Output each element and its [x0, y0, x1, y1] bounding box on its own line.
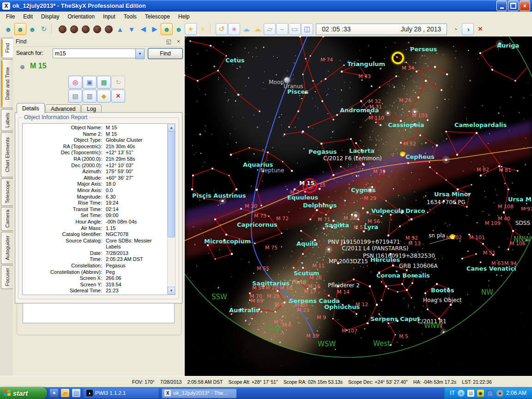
horizon-view-icon[interactable]: ☻	[27, 24, 38, 35]
side-tab-chart-elements[interactable]: Chart Elements	[1, 132, 13, 177]
tray-camera-icon[interactable]: ●	[496, 390, 503, 397]
constellation-lines-icon[interactable]: ~	[276, 23, 288, 35]
refresh-icon[interactable]: ↻	[38, 24, 49, 35]
zenith-view-icon[interactable]: ☻	[14, 23, 26, 35]
report-row: Time:2:05:23 AM DST	[23, 256, 167, 263]
photos-icon[interactable]: ∗	[228, 23, 240, 35]
look-west-icon[interactable]	[91, 24, 103, 35]
tray-eye-icon[interactable]: ◉	[477, 390, 484, 397]
tray-network-icon[interactable]: ◫	[487, 390, 494, 397]
object-label: M 39	[373, 169, 386, 175]
field-narrower-icon[interactable]: ☻	[173, 24, 184, 35]
find-panel-header[interactable]: Find ◱ ×	[13, 36, 185, 47]
find-button[interactable]: Find	[148, 48, 183, 59]
constellation-label: Vulpecula	[371, 207, 405, 214]
menu-input[interactable]: Input	[99, 12, 120, 21]
constellation-label: Ophiuchus	[324, 303, 360, 310]
time-server-icon[interactable]: ◑	[462, 23, 474, 35]
object-report-button[interactable]: ▤	[68, 90, 82, 103]
taskbar-task[interactable]: Xok_12july2013* - The...	[162, 388, 236, 398]
time-date-display[interactable]: 02 :05 :33 July 28 , 2013	[316, 24, 447, 35]
display-monitor-icon[interactable]: ◫	[301, 23, 313, 35]
side-tab-autoguider[interactable]: Autoguider	[1, 232, 13, 264]
side-tab-date-and-time[interactable]: Date and Time	[1, 59, 13, 108]
language-indicator[interactable]: IT	[450, 390, 455, 396]
menu-help[interactable]: Help	[174, 12, 194, 21]
pan-up-icon[interactable]: ▲	[115, 24, 126, 35]
lock-object-button[interactable]: ◆	[97, 90, 111, 103]
moon[interactable]	[284, 77, 290, 83]
time-skip-icon[interactable]: ◔	[450, 24, 461, 35]
current-date: July 28 , 2013	[401, 25, 441, 33]
taskbar-task[interactable]: ◗PWI3 1.1.2.1	[84, 388, 158, 398]
search-input[interactable]	[53, 48, 139, 58]
quicklaunch-desktop-icon[interactable]: ✦	[50, 389, 58, 397]
side-tab-labels[interactable]: Labels	[1, 109, 13, 131]
remove-marker-button[interactable]: ×	[111, 90, 125, 103]
details-tab-panel: Object Information Report Object Name:M …	[15, 112, 182, 303]
menu-orientation[interactable]: Orientation	[63, 12, 99, 21]
minimize-button[interactable]	[496, 0, 507, 11]
scroll-thumb[interactable]	[168, 131, 175, 237]
star-chart-canvas[interactable]	[185, 36, 532, 376]
look-zenith-icon[interactable]	[103, 24, 114, 35]
look-east-icon[interactable]	[80, 24, 91, 35]
tray-clock[interactable]: 2:06 AM	[506, 390, 526, 396]
stars-icon[interactable]: ★	[185, 23, 197, 35]
menu-display[interactable]: Display	[37, 12, 63, 21]
clouds-yellow-icon[interactable]: ☁	[252, 24, 263, 35]
side-tab-focuser[interactable]: Focuser	[1, 265, 13, 289]
maximize-button[interactable]	[508, 0, 519, 11]
star-chart[interactable]: CetusPiscesTriangulumPerseusAurigaAndrom…	[185, 36, 532, 376]
title-bar[interactable]: X ok_12july2013* - TheSkyX Professional …	[0, 0, 532, 12]
constellation-label: Cetus	[225, 57, 245, 64]
center-object-button[interactable]: ◎	[68, 76, 82, 89]
tray-chevron-icon[interactable]: ‹	[458, 390, 465, 397]
rotate-sky-icon[interactable]: ☻	[3, 24, 14, 35]
menu-file[interactable]: File	[2, 12, 19, 21]
frame-object-button[interactable]: ▣	[83, 76, 97, 89]
menu-telescope[interactable]: Telescope	[141, 12, 174, 21]
quicklaunch-folder-icon[interactable]: ▱	[61, 389, 69, 397]
direction-label: NNW	[514, 235, 531, 243]
pan-right-icon[interactable]: ▶	[149, 24, 160, 35]
menu-tools[interactable]: Tools	[120, 12, 141, 21]
sun-icon[interactable]: ☀	[197, 24, 208, 35]
float-panel-icon[interactable]: ◱	[165, 38, 172, 45]
sky-label: C/2012 F6 (Lemmon)	[323, 155, 382, 162]
report-row: Azimuth:175° 59' 00"	[23, 169, 167, 175]
close-panel-icon[interactable]: ×	[175, 38, 182, 45]
rotator-button[interactable]: ↻	[111, 76, 125, 89]
quicklaunch-app-icon[interactable]: ◫	[72, 389, 80, 397]
close-button[interactable]: ×	[520, 0, 530, 11]
telescope-target-marker[interactable]	[392, 52, 404, 64]
object-information-report[interactable]: Object Name:M 15Name 2:M 15Object Type:G…	[22, 123, 168, 295]
pan-down-icon[interactable]: ▼	[126, 24, 137, 35]
menu-edit[interactable]: Edit	[19, 12, 37, 21]
object-label: M 26	[309, 275, 322, 281]
scroll-up-icon[interactable]: ▲	[168, 124, 175, 132]
side-tab-telescope[interactable]: Telescope	[1, 178, 13, 206]
field-wider-icon[interactable]: ☻	[161, 23, 173, 35]
object-label: M 63	[491, 260, 504, 266]
stop-clock-icon[interactable]: ×	[475, 24, 486, 35]
search-dropdown-icon[interactable]: ▼	[135, 48, 145, 59]
pan-left-icon[interactable]: ◀	[138, 24, 149, 35]
label-tag-icon[interactable]: ▱	[264, 23, 276, 35]
look-south-icon[interactable]	[68, 24, 79, 35]
clouds-blue-icon[interactable]: ☁	[241, 24, 252, 35]
chart-frame-icon[interactable]: ▭	[289, 23, 301, 35]
tab-details[interactable]: Details	[17, 103, 45, 114]
object-label: M 2	[290, 189, 299, 195]
object-label: M 8	[275, 302, 284, 308]
show-photo-button[interactable]: ▩	[97, 76, 111, 89]
undo-icon[interactable]: ↺	[216, 23, 228, 35]
look-north-icon[interactable]	[57, 24, 68, 35]
scroll-down-icon[interactable]: ▼	[168, 287, 175, 295]
report-scrollbar[interactable]: ▲ ▼	[167, 123, 175, 295]
side-tab-find[interactable]: Find	[1, 38, 13, 58]
side-tab-camera[interactable]: Camera	[1, 207, 13, 231]
start-button[interactable]: start	[0, 387, 47, 399]
copy-report-button[interactable]: ▥	[83, 90, 97, 103]
tray-clipboard-icon[interactable]: ▤	[467, 390, 474, 397]
